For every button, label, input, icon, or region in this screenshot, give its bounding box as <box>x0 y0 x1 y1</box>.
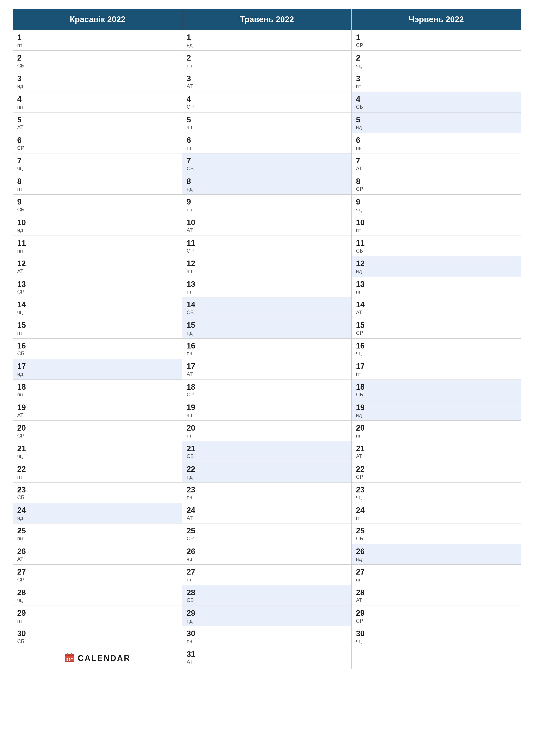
day-number: 13 <box>356 280 517 288</box>
day-cell: 27СР <box>13 565 182 585</box>
day-abbr: АТ <box>187 515 347 521</box>
day-abbr: пт <box>17 618 178 624</box>
day-cell: 23чц <box>352 482 521 503</box>
day-number: 6 <box>356 136 517 145</box>
day-abbr: пн <box>356 289 517 295</box>
day-cell: 21АТ <box>352 441 521 462</box>
day-number: 10 <box>356 218 517 227</box>
day-number: 14 <box>356 300 517 309</box>
day-number: 19 <box>17 403 178 412</box>
day-number: 22 <box>187 465 347 473</box>
day-cell: 30чц <box>352 626 521 647</box>
day-abbr: СБ <box>17 350 178 357</box>
month-header: Травень 2022 <box>182 9 352 30</box>
day-cell: 29СР <box>352 606 521 626</box>
day-number: 10 <box>17 218 178 227</box>
day-number: 28 <box>356 588 517 597</box>
day-row: 23СБ23пн23чц <box>13 482 521 503</box>
day-abbr: СБ <box>187 597 347 604</box>
day-abbr: пт <box>356 83 517 90</box>
day-abbr: пн <box>187 638 347 645</box>
day-number: 27 <box>17 568 178 576</box>
day-cell: 3пт <box>352 71 521 92</box>
day-cell: 5чц <box>182 113 352 133</box>
day-number: 17 <box>187 362 347 371</box>
day-number: 16 <box>17 341 178 350</box>
day-number: 18 <box>17 383 178 392</box>
calendar-brand: CALENDAR <box>17 650 178 666</box>
day-abbr: чц <box>17 166 178 172</box>
day-number: 21 <box>187 445 347 453</box>
day-abbr: АТ <box>17 124 178 131</box>
day-number: 19 <box>187 403 347 412</box>
day-cell: 1нд <box>182 30 352 50</box>
day-abbr: чц <box>187 412 347 418</box>
day-cell: 24АТ <box>182 503 352 523</box>
day-number: 1 <box>356 33 517 42</box>
day-abbr: пн <box>187 350 347 357</box>
day-number: 12 <box>356 259 517 268</box>
day-row: 9СБ9пн9чц <box>13 195 521 215</box>
day-row: 3нд3АТ3пт <box>13 71 521 92</box>
day-abbr: АТ <box>187 659 347 665</box>
day-abbr: нд <box>187 474 347 480</box>
day-cell: 3нд <box>13 71 182 92</box>
day-number: 3 <box>17 74 178 83</box>
day-abbr: АТ <box>356 166 517 172</box>
day-abbr: чц <box>187 124 347 131</box>
day-abbr: СБ <box>356 248 517 254</box>
day-cell: 18СБ <box>352 380 521 400</box>
day-abbr: пт <box>187 577 347 583</box>
day-number: 23 <box>187 486 347 494</box>
month-header: Красавік 2022 <box>13 9 182 30</box>
day-number: 4 <box>356 95 517 103</box>
day-abbr: нд <box>17 227 178 233</box>
day-number: 3 <box>356 74 517 83</box>
day-cell: 25пн <box>13 524 182 544</box>
day-cell: 12нд <box>352 256 521 277</box>
day-number: 6 <box>17 136 178 145</box>
day-number: 24 <box>356 506 517 515</box>
day-row: 21чц21СБ21АТ <box>13 441 521 462</box>
day-number: 9 <box>17 198 178 206</box>
day-row: 22пт22нд22СР <box>13 462 521 482</box>
day-number: 22 <box>17 465 178 473</box>
day-abbr: СБ <box>187 453 347 459</box>
svg-rect-6 <box>71 658 73 659</box>
day-abbr: чц <box>356 63 517 69</box>
day-cell: 17нд <box>13 359 182 379</box>
day-cell: 6пт <box>182 133 352 153</box>
day-abbr: пн <box>187 63 347 69</box>
day-number: 2 <box>356 54 517 62</box>
day-number: 11 <box>17 239 178 247</box>
svg-rect-5 <box>69 658 70 659</box>
day-cell: 10нд <box>13 215 182 235</box>
svg-rect-1 <box>65 654 74 657</box>
day-cell: 14чц <box>13 297 182 318</box>
brand-text: CALENDAR <box>78 654 131 663</box>
day-row: 4пн4СР4СБ <box>13 92 521 112</box>
day-abbr: СР <box>356 474 517 480</box>
day-abbr: чц <box>187 268 347 275</box>
day-number: 17 <box>356 362 517 371</box>
svg-rect-2 <box>67 653 68 655</box>
day-number: 18 <box>356 383 517 392</box>
day-number: 31 <box>187 650 347 659</box>
day-cell: 7АТ <box>352 153 521 174</box>
day-number: 21 <box>17 445 178 453</box>
day-row: 27СР27пт27пн <box>13 565 521 585</box>
day-row: 5АТ5чц5нд <box>13 113 521 133</box>
day-cell: 1СР <box>352 30 521 50</box>
day-row: 29пт29нд29СР <box>13 606 521 626</box>
day-number: 14 <box>17 300 178 309</box>
day-number: 1 <box>17 33 178 42</box>
day-cell: 12АТ <box>13 256 182 277</box>
day-abbr: чц <box>17 453 178 459</box>
day-cell: 10пт <box>352 215 521 235</box>
day-cell: 31АТ <box>182 647 352 669</box>
day-row: 12АТ12чц12нд <box>13 256 521 277</box>
day-abbr: СБ <box>17 494 178 500</box>
day-number: 19 <box>356 403 517 412</box>
day-cell: 11СБ <box>352 236 521 256</box>
day-cell: 3АТ <box>182 71 352 92</box>
